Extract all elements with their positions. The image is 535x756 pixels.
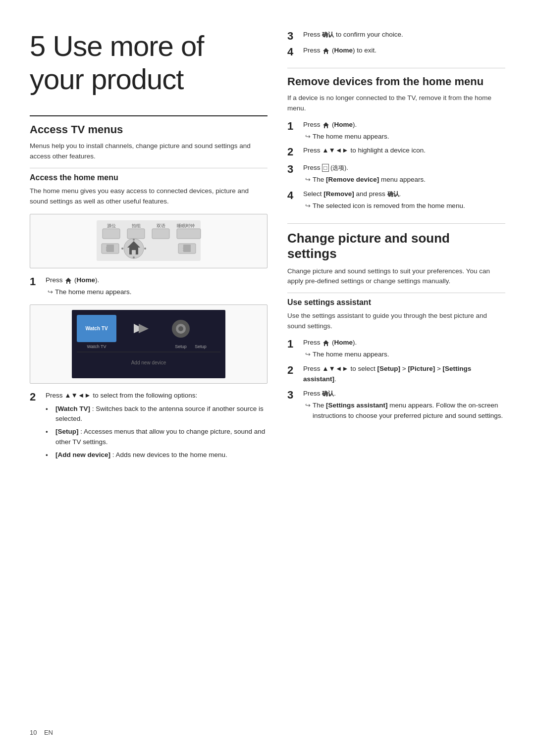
remove-step-1: 1 Press (Home). ↪ The home menu appears. bbox=[287, 120, 505, 142]
arrow-icon-settings3: ↪ bbox=[305, 401, 311, 410]
svg-text:Watch TV: Watch TV bbox=[85, 326, 108, 331]
settings-step-1: 1 Press (Home). ↪ The home menu appears. bbox=[287, 338, 505, 360]
remove-step-1-num: 1 bbox=[287, 120, 303, 133]
step-1-sub: ↪ The home menu appears. bbox=[48, 287, 268, 298]
remove-step-4-content: Select [Remove] and press 确认. ↪ The sele… bbox=[303, 189, 505, 211]
remove-step-2-content: Press ▲▼◄► to highlight a device icon. bbox=[303, 146, 505, 156]
bullet-watch-tv: • [Watch TV] : Switches back to the ante… bbox=[46, 404, 268, 424]
settings-step-2-content: Press ▲▼◄► to select [Setup] > [Picture]… bbox=[303, 364, 505, 385]
svg-point-34 bbox=[178, 326, 183, 331]
svg-rect-48 bbox=[325, 344, 327, 346]
settings-step-3-sub: ↪ The [Settings assistant] menu appears.… bbox=[305, 401, 505, 421]
step-2-bullet-list: • [Watch TV] : Switches back to the ante… bbox=[46, 404, 268, 460]
svg-rect-19 bbox=[107, 245, 114, 252]
step-4-exit-content: Press (Home) to exit. bbox=[303, 46, 505, 56]
remove-step-2-num: 2 bbox=[287, 146, 303, 158]
step-2-text: Press ▲▼◄► to select from the following … bbox=[46, 392, 197, 399]
step-1-home-label: (Home). bbox=[74, 276, 99, 284]
step-3-confirm-text: Press 确认 to confirm your choice. bbox=[303, 31, 403, 38]
remove-step-1-content: Press (Home). ↪ The home menu appears. bbox=[303, 120, 505, 142]
svg-text:源位: 源位 bbox=[107, 223, 116, 228]
settings-step-1-text: Press bbox=[303, 339, 322, 346]
svg-rect-42 bbox=[325, 52, 327, 54]
arrow-icon-remove3: ↪ bbox=[305, 175, 311, 185]
subsection-settings-assistant-title: Use settings assistant bbox=[287, 293, 505, 307]
home-menu-illustration: Watch TV Setup Watch TV Add new device S… bbox=[30, 304, 268, 384]
settings-step-3-text: Press 确认. bbox=[303, 390, 336, 397]
svg-marker-40 bbox=[323, 48, 329, 51]
chapter-title: 5 Use more of your product bbox=[30, 30, 268, 96]
chapter-title-line2: your product bbox=[30, 63, 183, 95]
chapter-title-line1: Use more of bbox=[53, 30, 204, 62]
svg-text:Setup: Setup bbox=[195, 344, 207, 349]
settings-step-2: 2 Press ▲▼◄► to select [Setup] > [Pictur… bbox=[287, 364, 505, 385]
remove-step-3-sub: ↪ The [Remove device] menu appears. bbox=[305, 175, 505, 185]
settings-step-2-num: 2 bbox=[287, 364, 303, 377]
page-number: 10 bbox=[30, 729, 37, 736]
step-2-num: 2 bbox=[30, 391, 46, 403]
settings-step-1-content: Press (Home). ↪ The home menu appears. bbox=[303, 338, 505, 360]
bullet-setup: • [Setup] : Accesses menus that allow yo… bbox=[46, 427, 268, 447]
bullet-dot-3: • bbox=[46, 451, 54, 460]
step-4-exit-suffix: (Home) to exit. bbox=[332, 47, 376, 54]
svg-rect-6 bbox=[127, 229, 145, 239]
subsection-access-home-menu-intro: The home menu gives you easy access to c… bbox=[30, 186, 268, 207]
step-1-content: Press (Home). ↪ The home menu appears. bbox=[46, 275, 268, 298]
section-access-tv-menus-title: Access TV menus bbox=[30, 115, 268, 136]
settings-step-2-text: Press ▲▼◄► to select [Setup] > [Picture]… bbox=[303, 365, 471, 383]
svg-rect-25 bbox=[67, 282, 69, 284]
settings-step-1-sub: ↪ The home menu appears. bbox=[305, 350, 505, 360]
remove-step-3-text: Press □ (选项). bbox=[303, 164, 348, 171]
step-1-home: 1 Press (Home). ↪ The home menu appears. bbox=[30, 275, 268, 298]
remove-step-1-sub: ↪ The home menu appears. bbox=[305, 132, 505, 142]
divider-2 bbox=[287, 223, 505, 224]
svg-point-14 bbox=[133, 256, 135, 258]
section-picture-sound-title: Change picture and soundsettings bbox=[287, 231, 505, 261]
bullet-dot-1: • bbox=[46, 404, 54, 414]
right-column: 3 Press 确认 to confirm your choice. 4 Pre… bbox=[287, 30, 505, 726]
step-4-exit-num: 4 bbox=[287, 46, 303, 58]
remove-step-4: 4 Select [Remove] and press 确认. ↪ The se… bbox=[287, 189, 505, 211]
arrow-icon-1: ↪ bbox=[48, 287, 53, 297]
home-icon-step4 bbox=[322, 48, 329, 54]
remove-step-1-text: Press bbox=[303, 121, 322, 128]
subsection-settings-assistant-intro: Use the settings assistant to guide you … bbox=[287, 311, 505, 332]
page-lang: EN bbox=[44, 729, 53, 736]
remove-step-1-suffix: (Home). bbox=[332, 121, 357, 128]
settings-step-1-num: 1 bbox=[287, 338, 303, 351]
step-1-num: 1 bbox=[30, 275, 46, 288]
remove-step-4-num: 4 bbox=[287, 189, 303, 202]
step-3-confirm-content: Press 确认 to confirm your choice. bbox=[303, 30, 505, 40]
bullet-setup-text: [Setup] : Accesses menus that allow you … bbox=[55, 427, 268, 447]
svg-text:拍组: 拍组 bbox=[131, 223, 141, 228]
bullet-watch-tv-text: [Watch TV] : Switches back to the antenn… bbox=[55, 404, 268, 424]
step-2-content: Press ▲▼◄► to select from the following … bbox=[46, 391, 268, 465]
settings-step-3-num: 3 bbox=[287, 389, 303, 402]
section-remove-devices-intro: If a device is no longer connected to th… bbox=[287, 93, 505, 114]
page-footer: 10 EN bbox=[30, 729, 53, 736]
svg-marker-43 bbox=[323, 122, 329, 125]
section-picture-sound-intro: Change picture and sound settings to sui… bbox=[287, 266, 505, 287]
svg-rect-45 bbox=[325, 126, 327, 128]
step-4-exit: 4 Press (Home) to exit. bbox=[287, 46, 505, 58]
settings-step-3-content: Press 确认. ↪ The [Settings assistant] men… bbox=[303, 389, 505, 421]
svg-text:双语: 双语 bbox=[157, 223, 165, 228]
remove-step-4-sub: ↪ The selected icon is removed from the … bbox=[305, 201, 505, 211]
bullet-add-device: • [Add new device] : Adds new devices to… bbox=[46, 450, 268, 460]
remove-step-3-num: 3 bbox=[287, 163, 303, 176]
left-column: 5 Use more of your product Access TV men… bbox=[30, 30, 268, 726]
remove-step-3-content: Press □ (选项). ↪ The [Remove device] menu… bbox=[303, 163, 505, 185]
home-icon-remove1 bbox=[322, 122, 329, 128]
remove-step-2-text: Press ▲▼◄► to highlight a device icon. bbox=[303, 147, 426, 154]
remove-step-2: 2 Press ▲▼◄► to highlight a device icon. bbox=[287, 146, 505, 158]
divider-1 bbox=[287, 68, 505, 68]
bullet-add-device-text: [Add new device] : Adds new devices to t… bbox=[55, 450, 227, 460]
svg-rect-7 bbox=[152, 229, 169, 239]
remove-step-3: 3 Press □ (选项). ↪ The [Remove device] me… bbox=[287, 163, 505, 185]
step-3-confirm-num: 3 bbox=[287, 30, 303, 43]
svg-rect-8 bbox=[177, 229, 201, 239]
svg-point-15 bbox=[121, 248, 123, 250]
remote-top-illustration: 源位 拍组 双语 睡眠时钟 bbox=[30, 214, 268, 268]
svg-rect-22 bbox=[183, 245, 191, 252]
settings-step-1-suffix: (Home). bbox=[332, 339, 357, 346]
